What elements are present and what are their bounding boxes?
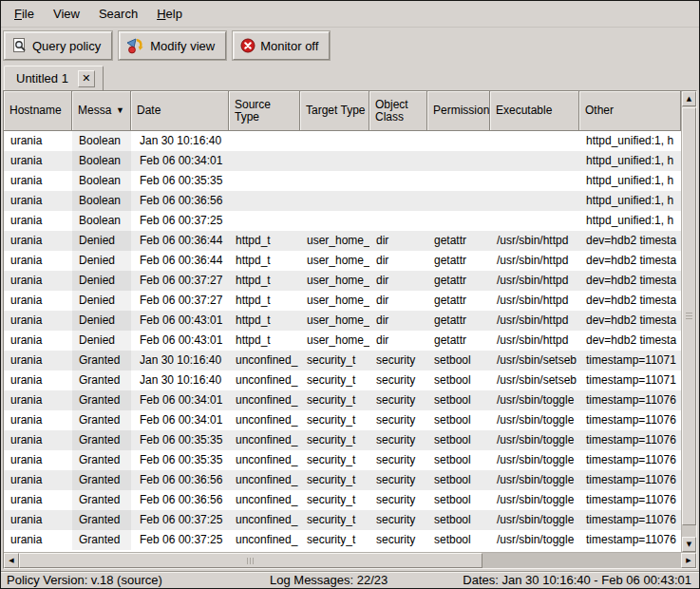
table-row[interactable]: uraniaGrantedFeb 06 00:34:01unconfined_s… (4, 390, 681, 410)
cell-source-type: unconfined_ (229, 390, 300, 410)
column-header-object-class[interactable]: Object Class (369, 91, 427, 131)
cell-executable: /usr/sbin/toggle (490, 470, 579, 490)
notebook-page: Hostname Messa▼ Date Source Type Target … (1, 90, 699, 571)
cell-permission: setbool (427, 510, 490, 530)
horizontal-scrollbar-thumb[interactable] (19, 553, 482, 568)
table-row[interactable]: uraniaGrantedFeb 06 00:36:56unconfined_s… (4, 470, 681, 490)
cell-permission: setbool (427, 390, 490, 410)
table-row[interactable]: uraniaGrantedFeb 06 00:36:56unconfined_s… (4, 490, 681, 510)
cell-executable (490, 211, 579, 231)
column-header-other[interactable]: Other (579, 91, 681, 131)
menu-item-label: ile (22, 7, 34, 21)
cell-source-type: unconfined_ (229, 530, 300, 550)
column-header-source-type[interactable]: Source Type (229, 91, 300, 131)
horizontal-scrollbar-track[interactable] (19, 553, 681, 568)
scroll-down-button[interactable]: ▼ (682, 537, 696, 552)
modify-view-button[interactable]: Modify view (119, 31, 226, 60)
query-policy-button[interactable]: Query policy (4, 31, 112, 60)
table-row[interactable]: uraniaGrantedFeb 06 00:34:01unconfined_s… (4, 410, 681, 430)
table-row[interactable]: uraniaGrantedFeb 06 00:37:25unconfined_s… (4, 510, 681, 530)
cell-source-type: unconfined_ (229, 450, 300, 470)
column-header-hostname[interactable]: Hostname (4, 91, 72, 131)
column-header-label: Date (137, 104, 161, 117)
cell-permission: getattr (427, 271, 490, 291)
table-row[interactable]: uraniaGrantedJan 30 10:16:40unconfined_s… (4, 351, 681, 370)
cell-source-type (229, 171, 300, 191)
column-header-target-type[interactable]: Target Type (300, 91, 369, 131)
cell-messa: Granted (72, 370, 131, 390)
vertical-scrollbar-thumb[interactable] (682, 107, 696, 525)
column-header-message[interactable]: Messa▼ (72, 91, 131, 131)
table-row[interactable]: uraniaBooleanFeb 06 00:37:25httpd_unifie… (4, 211, 681, 231)
table-row[interactable]: uraniaGrantedFeb 06 00:37:25unconfined_s… (4, 530, 681, 550)
dates-status: Dates: Jan 30 10:16:40 - Feb 06 00:43:01 (463, 572, 691, 588)
cell-messa: Granted (72, 430, 131, 450)
tab-bar: Untitled 1 ✕ (1, 64, 699, 90)
table-row[interactable]: uraniaGrantedFeb 06 00:35:35unconfined_s… (4, 430, 681, 450)
column-header-permission[interactable]: Permission (427, 91, 490, 131)
monitor-off-button[interactable]: Monitor off (233, 31, 330, 60)
tab-untitled-1[interactable]: Untitled 1 ✕ (4, 66, 104, 90)
cell-other: dev=hdb2 timesta (579, 311, 681, 331)
cell-other: dev=hdb2 timesta (579, 251, 681, 271)
table-row[interactable]: uraniaGrantedJan 30 10:16:40unconfined_s… (4, 370, 681, 390)
table-row[interactable]: uraniaBooleanFeb 06 00:36:56httpd_unifie… (4, 191, 681, 211)
scroll-up-button[interactable]: ▲ (682, 91, 696, 106)
vertical-scrollbar[interactable]: ▲ ▼ (681, 91, 696, 552)
menu-search[interactable]: Search (92, 3, 144, 26)
table-row[interactable]: uraniaDeniedFeb 06 00:37:27httpd_tuser_h… (4, 291, 681, 311)
cell-other: dev=hdb2 timesta (579, 271, 681, 291)
cell-object-class (369, 211, 427, 231)
cell-source-type: unconfined_ (229, 470, 300, 490)
cell-date: Jan 30 10:16:40 (131, 351, 229, 370)
vertical-scrollbar-track[interactable] (682, 106, 696, 537)
cell-messa: Denied (72, 311, 131, 331)
sort-descending-icon: ▼ (116, 104, 127, 117)
toolbar-button-label: Monitor off (260, 39, 318, 53)
scroll-right-button[interactable]: ▶ (681, 553, 696, 568)
cell-other: timestamp=11076 (579, 410, 681, 430)
cell-target-type: security_t (300, 450, 369, 470)
cell-target-type (300, 131, 369, 151)
cell-executable: /usr/sbin/setseb (490, 370, 579, 390)
cell-permission (427, 151, 490, 171)
cell-target-type: security_t (300, 351, 369, 370)
cell-target-type (300, 191, 369, 211)
cell-permission (427, 131, 490, 151)
cell-permission: getattr (427, 231, 490, 251)
cell-messa: Denied (72, 271, 131, 291)
table-row[interactable]: uraniaDeniedFeb 06 00:36:44httpd_tuser_h… (4, 231, 681, 251)
menubar: File View Search Help (1, 1, 699, 28)
table-row[interactable]: uraniaDeniedFeb 06 00:36:44httpd_tuser_h… (4, 251, 681, 271)
table-row[interactable]: uraniaBooleanFeb 06 00:34:01httpd_unifie… (4, 151, 681, 171)
menu-item-label: View (53, 7, 80, 21)
table-row[interactable]: uraniaDeniedFeb 06 00:43:01httpd_tuser_h… (4, 331, 681, 351)
table-row[interactable]: uraniaBooleanJan 30 10:16:40httpd_unifie… (4, 131, 681, 151)
cell-messa: Denied (72, 291, 131, 311)
tab-close-button[interactable]: ✕ (78, 70, 95, 87)
cell-other: timestamp=11076 (579, 450, 681, 470)
menu-help[interactable]: Help (150, 3, 189, 26)
cell-executable: /usr/sbin/toggle (490, 450, 579, 470)
table-row[interactable]: uraniaDeniedFeb 06 00:43:01httpd_tuser_h… (4, 311, 681, 331)
cell-object-class: dir (369, 231, 427, 251)
cell-hostname: urania (4, 510, 72, 530)
cell-messa: Denied (72, 331, 131, 351)
column-header-executable[interactable]: Executable (490, 91, 579, 131)
table-row[interactable]: uraniaGrantedFeb 06 00:35:35unconfined_s… (4, 450, 681, 470)
cell-date: Feb 06 00:37:25 (131, 211, 229, 231)
table-row[interactable]: uraniaBooleanFeb 06 00:35:35httpd_unifie… (4, 171, 681, 191)
table-row[interactable]: uraniaDeniedFeb 06 00:37:27httpd_tuser_h… (4, 271, 681, 291)
menu-file[interactable]: File (8, 3, 41, 26)
column-header-label: Object Class (375, 99, 424, 124)
query-policy-icon (11, 38, 28, 54)
menu-view[interactable]: View (47, 3, 86, 26)
cell-date: Jan 30 10:16:40 (131, 131, 229, 151)
cell-target-type: user_home_ (300, 291, 369, 311)
column-header-date[interactable]: Date (131, 91, 229, 131)
horizontal-scrollbar[interactable]: ◀ ▶ (4, 552, 696, 568)
scrollbar-grip-icon (686, 313, 692, 320)
cell-source-type (229, 131, 300, 151)
cell-permission: getattr (427, 251, 490, 271)
scroll-left-button[interactable]: ◀ (4, 553, 19, 568)
